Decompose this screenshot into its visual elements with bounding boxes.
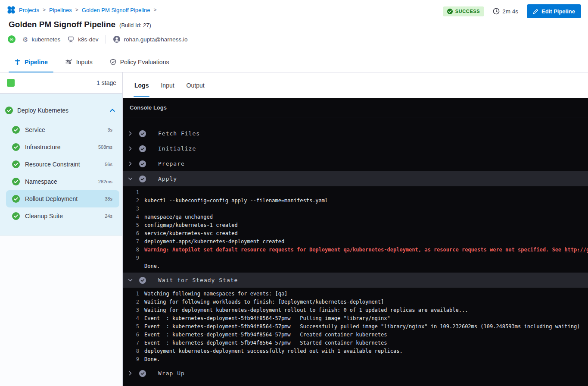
log-section-header[interactable]: Initialize (123, 141, 588, 156)
log-block: 1 2 kubectl --kubeconfig=config apply --… (123, 186, 588, 273)
breadcrumb-projects[interactable]: Projects (19, 7, 39, 13)
chevron-right-icon[interactable] (127, 146, 133, 151)
log-line-number: 4 (128, 315, 139, 321)
user-avatar-icon (113, 35, 121, 43)
stage-name: Deploy Kubernetes (17, 107, 68, 114)
step-row[interactable]: Cleanup Suite 24s (6, 207, 119, 225)
step-row[interactable]: Resource Constraint 56s (6, 156, 119, 173)
step-success-icon (12, 126, 20, 134)
step-label: Service (25, 126, 45, 133)
log-line-number: 5 (128, 323, 139, 330)
step-duration: 508ms (98, 144, 112, 150)
breadcrumb-pipeline-name[interactable]: Golden PM Signoff Pipeline (82, 7, 150, 13)
step-label: Namespace (25, 178, 57, 185)
log-line: 1 Watching following namespaces for even… (123, 289, 588, 298)
tab-logs[interactable]: Logs (134, 72, 149, 98)
log-section-header[interactable]: Fetch Files (123, 126, 588, 141)
console: Console Logs Fetch Files Initialize (123, 98, 588, 386)
shield-check-icon (110, 59, 116, 66)
log-line-text: Event : kubernetes-deployment-5fb94f8564… (144, 323, 580, 330)
log-line-number: 7 (128, 239, 139, 245)
log-line-number: 1 (128, 189, 139, 195)
service-chip[interactable]: ⚙ kubernetes (22, 36, 60, 43)
step-label: Resource Constraint (25, 161, 80, 168)
step-success-icon (12, 178, 20, 185)
chevron-right-icon[interactable] (127, 131, 133, 136)
log-line: 9 Done. (123, 355, 588, 363)
log-section-title: Fetch Files (158, 130, 200, 137)
warning-link[interactable]: http://g (564, 247, 588, 253)
log-line-number: 2 (128, 198, 139, 204)
step-success-icon (139, 145, 146, 152)
log-line-number: 5 (128, 222, 139, 228)
tab-policy-evaluations[interactable]: Policy Evaluations (104, 52, 175, 72)
console-title: Console Logs (130, 104, 167, 111)
step-success-icon (139, 277, 146, 284)
chevron-down-icon[interactable] (127, 278, 133, 282)
log-section-header[interactable]: Wait for Steady State (123, 273, 588, 288)
log-line-text: Done. (144, 263, 160, 269)
status-text: SUCCESS (455, 9, 480, 14)
step-row[interactable]: Namespace 282ms (6, 173, 119, 190)
step-label: Cleanup Suite (25, 213, 63, 220)
stage-header[interactable]: Deploy Kubernetes (0, 102, 122, 119)
step-success-icon (12, 212, 20, 220)
log-line: 8 deployment kubernetes-deployment succe… (123, 347, 588, 355)
log-line-number: 1 (128, 291, 139, 297)
edit-pipeline-button[interactable]: Edit Pipeline (527, 4, 581, 18)
pipeline-icon (14, 59, 21, 65)
log-line: 4 Event : kubernetes-deployment-5fb94f85… (123, 314, 588, 322)
log-section-title: Initialize (158, 145, 196, 152)
log-line: 5 Event : kubernetes-deployment-5fb94f85… (123, 322, 588, 330)
clock-icon (493, 8, 500, 15)
step-duration: 3s (107, 127, 112, 132)
tab-inputs[interactable]: Inputs (59, 52, 98, 72)
log-line-number: 3 (128, 307, 139, 313)
chevron-up-icon[interactable] (109, 107, 115, 113)
chevron-right-icon[interactable] (127, 371, 133, 376)
harness-logo-icon[interactable] (7, 6, 16, 14)
console-header: Console Logs (123, 98, 588, 117)
log-line-text: kubectl --kubeconfig=config apply --file… (144, 198, 328, 204)
step-success-icon (139, 160, 146, 167)
page-title: Golden PM Signoff Pipeline (9, 20, 115, 29)
main-tabbar: Pipeline Inputs Policy Evaluations (0, 52, 588, 72)
trigger-user: rohan.gupta@harness.io (113, 35, 188, 43)
build-id: (Build Id: 27) (119, 22, 151, 28)
breadcrumb-separator: > (154, 7, 157, 13)
pencil-icon (533, 9, 538, 14)
trigger-user-email: rohan.gupta@harness.io (124, 36, 188, 43)
log-section-header[interactable]: Wrap Up (123, 366, 588, 381)
step-label: Infrastructure (25, 144, 60, 151)
cd-module-icon: ∞ (8, 35, 16, 43)
log-line-text: configmap/kubernetes-1 created (144, 222, 238, 228)
step-success-icon (139, 130, 146, 137)
chevron-right-icon[interactable] (127, 161, 133, 166)
tab-pipeline[interactable]: Pipeline (9, 52, 53, 72)
breadcrumb-pipelines[interactable]: Pipelines (49, 7, 72, 13)
breadcrumb-separator: > (75, 7, 78, 13)
divider (106, 35, 106, 44)
environment-name: k8s-dev (78, 36, 98, 43)
tab-output[interactable]: Output (187, 72, 205, 98)
stage-status-square[interactable] (7, 79, 15, 87)
tab-input[interactable]: Input (161, 72, 174, 98)
log-line-text: Watching following namespaces for events… (144, 291, 287, 297)
step-row[interactable]: Infrastructure 508ms (6, 138, 119, 156)
step-row[interactable]: Rollout Deployment 38s (6, 190, 119, 207)
step-label: Rollout Deployment (25, 195, 78, 202)
log-line-number: 8 (128, 247, 139, 253)
step-row[interactable]: Service 3s (6, 121, 119, 138)
log-line-text: Event : kubernetes-deployment-5fb94f8564… (144, 315, 390, 321)
status-badge: SUCCESS (443, 6, 484, 16)
log-section-header[interactable]: Prepare (123, 156, 588, 171)
environment-chip[interactable]: k8s-dev (67, 36, 98, 43)
log-line-number: 6 (128, 230, 139, 236)
step-success-icon (12, 143, 20, 151)
log-line-number: 2 (128, 299, 139, 305)
log-tabbar: Logs Input Output (123, 72, 588, 98)
chevron-down-icon[interactable] (127, 176, 133, 181)
infrastructure-icon (67, 36, 75, 43)
log-section-header[interactable]: Apply (123, 171, 588, 186)
log-line: 6 service/kubernetes-svc created (123, 229, 588, 237)
